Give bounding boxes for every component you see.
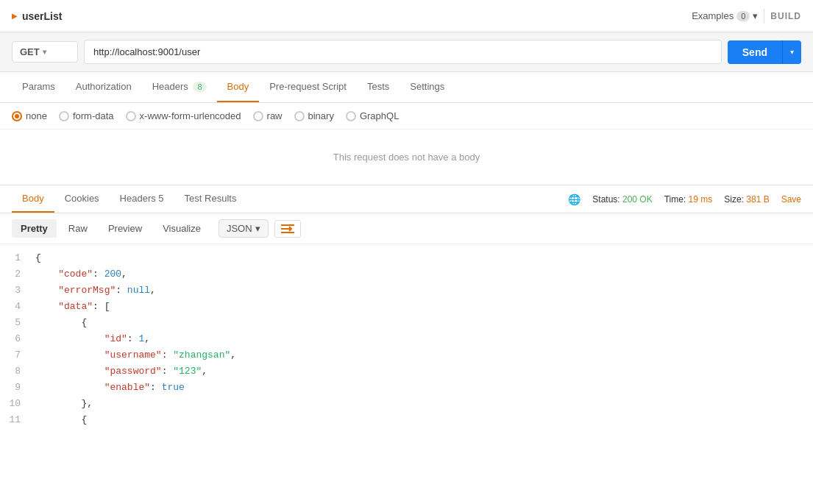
radio-urlencoded[interactable]: x-www-form-urlencoded [126,110,241,121]
no-body-message: This request does not have a body [0,129,813,185]
radio-label-form-data: form-data [73,110,114,121]
radio-dot-raw [253,111,263,121]
radio-label-binary: binary [308,110,334,121]
status-value: 200 OK [622,194,653,205]
radio-label-graphql: GraphQL [360,110,399,121]
format-raw-button[interactable]: Raw [60,219,96,238]
code-line-5: { [35,315,807,331]
expand-icon: ▶ [12,12,18,20]
time-label: Time: 19 ms [664,194,713,205]
send-dropdown-button[interactable]: ▾ [782,40,801,64]
divider [764,9,764,24]
response-code-area: 1 2 3 4 5 6 7 8 9 10 11 { "code": 200, "… [0,244,813,436]
response-tab-test-results[interactable]: Test Results [174,185,247,213]
code-line-7: "username": "zhangsan", [35,347,807,363]
response-tab-headers[interactable]: Headers 5 [110,185,174,213]
code-line-3: "errorMsg": null, [35,283,807,299]
format-bar: Pretty Raw Preview Visualize JSON ▾ [0,213,813,244]
radio-dot-binary [294,111,305,121]
code-line-9: "enable": true [35,380,807,396]
format-visualize-button[interactable]: Visualize [154,219,210,238]
response-tab-cookies[interactable]: Cookies [54,185,110,213]
top-bar-left: ▶ userList [12,10,62,22]
radio-raw[interactable]: raw [253,110,283,121]
examples-button[interactable]: Examples 0 ▾ [692,10,758,21]
code-line-10: }, [35,396,807,412]
radio-form-data[interactable]: form-data [59,110,114,121]
code-line-11: { [35,412,807,428]
size-value: 381 B [746,194,769,205]
response-headers-badge: 5 [158,193,163,204]
tab-params[interactable]: Params [12,72,65,102]
build-button[interactable]: BUILD [770,11,801,21]
code-line-8: "password": "123", [35,363,807,380]
save-response-button[interactable]: Save [781,194,801,205]
tab-tests[interactable]: Tests [357,72,400,102]
json-label: JSON [227,223,252,234]
wrap-lines-button[interactable] [274,220,301,238]
send-button[interactable]: Send [728,40,782,64]
code-line-4: "data": [ [35,299,807,315]
radio-binary[interactable]: binary [294,110,334,121]
json-dropdown-icon: ▾ [255,223,260,234]
radio-dot-form-data [59,111,69,121]
method-label: GET [20,46,40,57]
json-format-selector[interactable]: JSON ▾ [219,219,269,238]
radio-graphql[interactable]: GraphQL [346,110,399,121]
request-tabs-bar: Params Authorization Headers 8 Body Pre-… [0,72,813,103]
send-button-group: Send ▾ [728,40,801,64]
radio-label-none: none [26,110,47,121]
radio-dot-graphql [346,111,356,121]
headers-badge: 8 [193,82,206,92]
response-tabs-bar: Body Cookies Headers 5 Test Results 🌐 St… [0,185,813,213]
radio-dot-urlencoded [126,111,136,121]
tab-prerequest[interactable]: Pre-request Script [259,72,357,102]
tab-headers[interactable]: Headers 8 [142,72,217,102]
method-selector[interactable]: GET ▾ [12,41,78,63]
response-tab-body[interactable]: Body [12,185,54,213]
status-label: Status: 200 OK [592,194,652,205]
url-input[interactable] [84,40,722,64]
request-title: userList [22,10,62,22]
examples-label: Examples [692,10,734,21]
radio-label-urlencoded: x-www-form-urlencoded [140,110,241,121]
time-value: 19 ms [689,194,713,205]
code-line-1: { [35,250,807,266]
response-meta: 🌐 Status: 200 OK Time: 19 ms Size: 381 B… [568,194,801,205]
top-bar-right: Examples 0 ▾ BUILD [692,9,801,24]
globe-icon: 🌐 [568,194,581,205]
radio-label-raw: raw [267,110,283,121]
radio-dot-none [12,111,22,121]
examples-count: 0 [736,11,750,21]
format-preview-button[interactable]: Preview [99,219,151,238]
body-options: none form-data x-www-form-urlencoded raw… [0,103,813,129]
tab-settings[interactable]: Settings [400,72,455,102]
radio-none[interactable]: none [12,110,47,121]
code-line-2: "code": 200, [35,266,807,283]
format-pretty-button[interactable]: Pretty [12,219,57,238]
code-line-6: "id": 1, [35,331,807,347]
method-dropdown-icon: ▾ [43,48,46,56]
url-bar: GET ▾ Send ▾ [0,32,813,72]
response-code-lines: { "code": 200, "errorMsg": null, "data":… [29,250,813,430]
tab-authorization[interactable]: Authorization [65,72,142,102]
size-label: Size: 381 B [724,194,769,205]
top-bar: ▶ userList Examples 0 ▾ BUILD [0,0,813,32]
line-numbers: 1 2 3 4 5 6 7 8 9 10 11 [0,250,29,430]
tab-body[interactable]: Body [217,72,260,102]
examples-dropdown-icon: ▾ [753,10,758,21]
